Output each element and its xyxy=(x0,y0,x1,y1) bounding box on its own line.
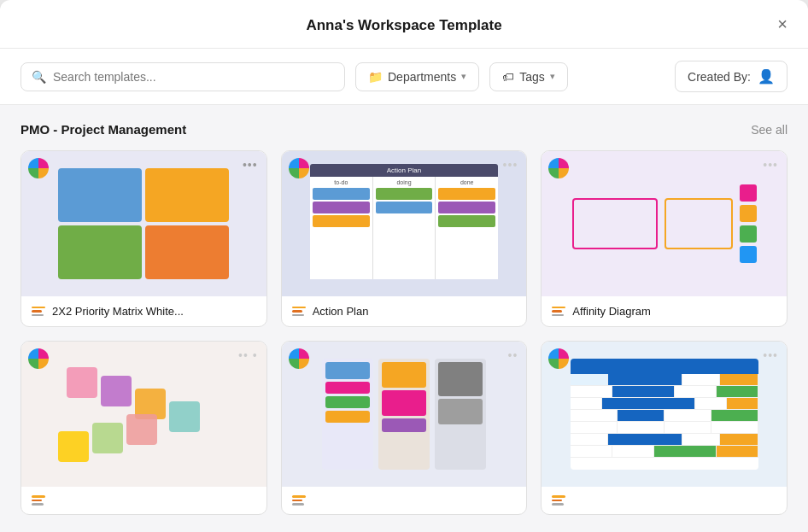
aff-icons-col xyxy=(740,184,757,263)
card-label-3: Affinity Diagram xyxy=(572,305,651,318)
matrix-cell-top-left xyxy=(58,168,142,222)
ap-cols: to-do doing done xyxy=(310,177,498,279)
line-3 xyxy=(552,503,564,506)
card-footer-3: Affinity Diagram xyxy=(542,296,787,326)
card-row2-1[interactable]: •• • xyxy=(20,341,267,515)
card-2x2-priority-matrix[interactable]: ••• 2X2 Priority Matrix White... xyxy=(20,150,267,327)
ss-header xyxy=(571,359,758,374)
lines-icon-5 xyxy=(292,495,306,506)
workspace-template-modal: Anna's Workspace Template × 🔍 📁 Departme… xyxy=(0,0,808,532)
card-row2-3[interactable]: ••• xyxy=(541,341,788,515)
kanban-thumb xyxy=(322,359,486,470)
line-3 xyxy=(32,503,44,506)
card-action-plan[interactable]: ••• Action Plan to-do doing xyxy=(281,150,528,327)
ap-col-todo: to-do xyxy=(310,177,373,279)
card-thumb-2: ••• Action Plan to-do doing xyxy=(282,151,527,296)
ap-col-done: done xyxy=(436,177,498,279)
tags-label: Tags xyxy=(519,70,545,84)
card-dots-1: ••• xyxy=(243,158,258,172)
card-logo-4 xyxy=(28,348,49,369)
ss-row-7 xyxy=(571,446,758,458)
section-title-pmo: PMO - Project Management xyxy=(20,122,186,137)
departments-filter-button[interactable]: 📁 Departments ▾ xyxy=(355,62,479,91)
matrix-cell-bottom-right xyxy=(145,225,229,279)
card-footer-6 xyxy=(542,487,787,514)
ss-row-3 xyxy=(571,398,758,410)
ss-row-6 xyxy=(571,434,758,446)
action-plan-thumb: Action Plan to-do doing xyxy=(310,164,498,284)
ss-row-4 xyxy=(571,410,758,422)
card-label-1: 2X2 Priority Matrix White... xyxy=(52,305,184,318)
card-footer-1: 2X2 Priority Matrix White... xyxy=(21,296,266,326)
card-thumb-5: •• xyxy=(282,342,527,487)
user-icon: 👤 xyxy=(758,68,775,85)
search-box[interactable]: 🔍 xyxy=(20,62,345,91)
card-dots-6: ••• xyxy=(763,348,778,362)
ap-col-doing: doing xyxy=(373,177,436,279)
tags-icon: 🏷 xyxy=(502,70,514,84)
line-2 xyxy=(552,310,562,313)
card-label-2: Action Plan xyxy=(313,305,369,318)
aff-box-orange xyxy=(665,198,733,249)
card-dots-5: •• xyxy=(508,348,518,362)
line-1 xyxy=(32,495,45,498)
line-2 xyxy=(292,500,302,502)
matrix-grid xyxy=(58,168,229,279)
line-1 xyxy=(32,307,45,309)
card-logo-1 xyxy=(28,158,49,178)
card-dots-2: ••• xyxy=(503,158,518,172)
created-by-label: Created By: xyxy=(688,70,751,84)
line-3 xyxy=(32,314,44,317)
line-2 xyxy=(292,310,302,313)
lines-icon-4 xyxy=(32,495,45,506)
ss-row-2 xyxy=(571,386,758,398)
matrix-cell-top-right xyxy=(145,168,229,222)
card-logo-6 xyxy=(548,348,569,369)
lines-icon-3 xyxy=(552,307,565,317)
lines-icon-2 xyxy=(292,307,306,317)
close-button[interactable]: × xyxy=(774,12,791,36)
lines-icon-1 xyxy=(32,307,45,317)
cards-row-2: •• • xyxy=(20,341,788,515)
see-all-button[interactable]: See all xyxy=(751,123,788,137)
card-affinity-diagram[interactable]: ••• xyxy=(541,150,788,327)
card-logo-5 xyxy=(289,348,309,369)
line-2 xyxy=(32,500,42,502)
affinity-thumb xyxy=(572,184,757,263)
card-dots-4: •• • xyxy=(238,348,258,362)
matrix-cell-bottom-left xyxy=(58,225,142,279)
departments-label: Departments xyxy=(388,70,456,84)
ss-row-1 xyxy=(571,374,758,386)
card-thumb-3: ••• xyxy=(542,151,787,296)
line-1 xyxy=(292,495,306,498)
aff-box-pink xyxy=(572,198,658,249)
created-by-filter[interactable]: Created By: 👤 xyxy=(675,61,788,92)
ap-header: Action Plan xyxy=(310,164,498,177)
tags-filter-button[interactable]: 🏷 Tags ▾ xyxy=(489,62,568,91)
search-input[interactable] xyxy=(53,70,334,84)
kanban-col-1 xyxy=(322,359,373,470)
line-1 xyxy=(552,307,565,309)
card-dots-3: ••• xyxy=(763,158,778,172)
line-1 xyxy=(292,307,306,309)
kanban-col-3 xyxy=(435,359,486,470)
card-thumb-6: ••• xyxy=(542,342,787,487)
card-logo-2 xyxy=(289,158,309,178)
card-logo-3 xyxy=(548,158,569,178)
line-2 xyxy=(32,310,42,313)
spreadsheet-thumb xyxy=(571,359,758,470)
card-thumb-4: •• • xyxy=(21,342,266,487)
line-3 xyxy=(292,503,304,506)
card-thumb-1: ••• xyxy=(21,151,266,296)
line-3 xyxy=(552,314,564,317)
kanban-col-2 xyxy=(378,359,430,470)
card-footer-4 xyxy=(21,487,266,514)
toolbar: 🔍 📁 Departments ▾ 🏷 Tags ▾ Created By: 👤 xyxy=(0,49,808,105)
diagonal-stickies xyxy=(58,359,229,470)
card-footer-5 xyxy=(282,487,527,514)
tags-chevron-icon: ▾ xyxy=(550,71,555,82)
cards-row-1: ••• 2X2 Priority Matrix White... xyxy=(20,150,788,327)
line-3 xyxy=(292,314,304,317)
card-row2-2[interactable]: •• xyxy=(281,341,528,515)
section-header-pmo: PMO - Project Management See all xyxy=(20,122,788,137)
